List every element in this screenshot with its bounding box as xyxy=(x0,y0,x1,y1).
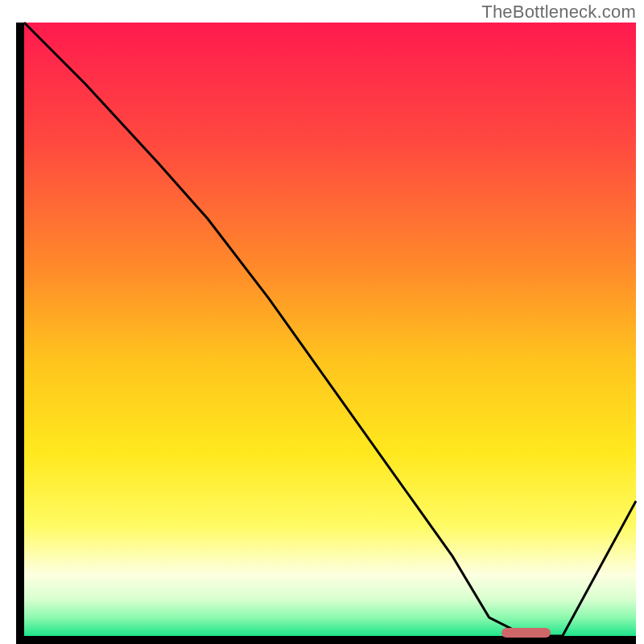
plot-background xyxy=(24,23,636,636)
chart-container: TheBottleneck.com xyxy=(0,0,644,644)
optimal-marker xyxy=(502,628,551,638)
y-axis xyxy=(16,23,24,644)
bottleneck-chart xyxy=(0,0,644,644)
